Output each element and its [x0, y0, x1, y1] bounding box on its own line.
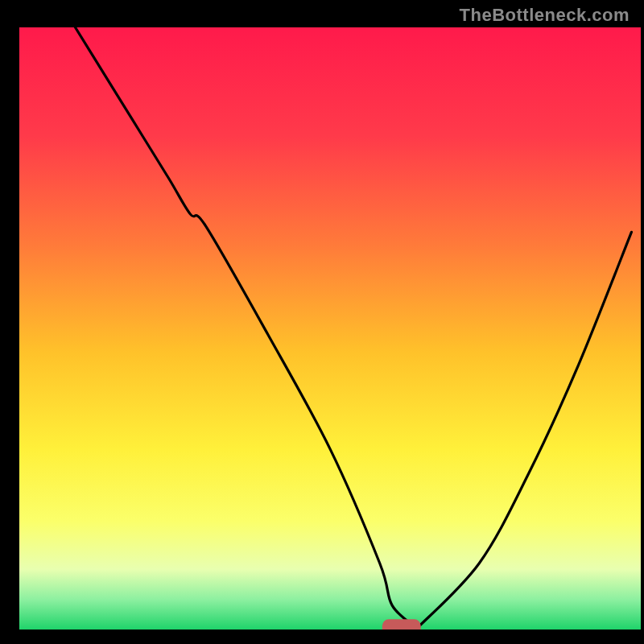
bottleneck-chart [0, 0, 644, 644]
watermark-label: TheBottleneck.com [460, 5, 630, 26]
chart-frame: TheBottleneck.com [0, 0, 644, 644]
plot-background [19, 27, 641, 630]
optimal-marker [382, 619, 421, 637]
